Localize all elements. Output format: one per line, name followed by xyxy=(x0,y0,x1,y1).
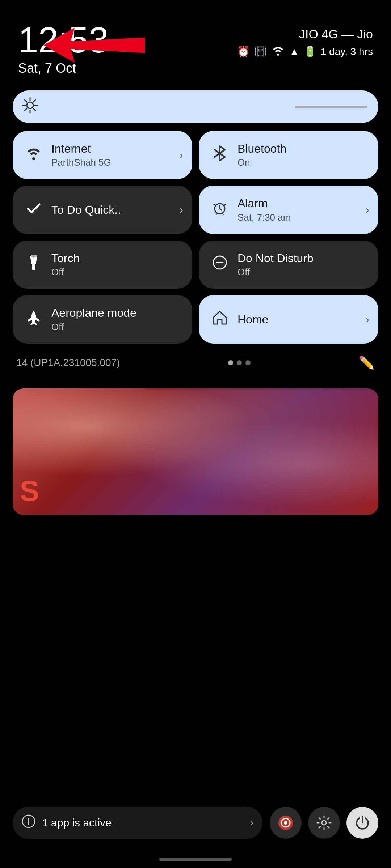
svg-line-6 xyxy=(25,100,27,102)
home-tile[interactable]: Home › xyxy=(199,295,378,343)
svg-point-1 xyxy=(27,102,33,109)
app-icon xyxy=(277,814,294,831)
brightness-icon xyxy=(22,97,38,117)
dot-3 xyxy=(245,360,251,365)
edit-icon[interactable]: ✏️ xyxy=(358,355,375,370)
active-app-text: 1 app is active xyxy=(42,817,244,829)
internet-tile-subtitle: ParthShah 5G xyxy=(51,157,111,168)
svg-point-21 xyxy=(284,821,287,825)
dnd-icon xyxy=(210,254,230,275)
alarm-tile-title: Alarm xyxy=(237,196,291,210)
aeroplane-tile-subtitle: Off xyxy=(51,322,136,333)
build-info-row: 14 (UP1A.231005.007) ✏️ xyxy=(13,352,378,378)
svg-point-22 xyxy=(322,821,326,825)
quick-settings-panel: Internet ParthShah 5G › Bluetooth On xyxy=(0,83,391,388)
build-text: 14 (UP1A.231005.007) xyxy=(16,357,120,369)
home-indicator xyxy=(159,858,232,861)
power-button[interactable] xyxy=(346,807,378,839)
media-letter: S xyxy=(20,475,39,508)
alarm-tile[interactable]: Alarm Sat, 7:30 am › xyxy=(199,186,378,234)
battery-icon: 🔋 xyxy=(304,46,316,58)
media-card[interactable]: S xyxy=(13,388,378,515)
svg-line-7 xyxy=(33,109,35,111)
settings-icon xyxy=(316,814,332,831)
dot-1 xyxy=(228,360,233,365)
svg-line-9 xyxy=(25,109,27,111)
media-blur-overlay xyxy=(13,388,378,515)
todo-tile-title: To Do Quick.. xyxy=(51,203,121,217)
power-icon xyxy=(354,814,371,831)
torch-tile-subtitle: Off xyxy=(51,267,80,278)
internet-icon xyxy=(24,146,43,165)
alarm-tile-subtitle: Sat, 7:30 am xyxy=(237,212,291,223)
signal-icon: ▲ xyxy=(289,46,299,58)
wifi-svg xyxy=(271,45,285,56)
quick-tiles-grid: Internet ParthShah 5G › Bluetooth On xyxy=(13,131,378,344)
dnd-tile[interactable]: Do Not Disturb Off xyxy=(199,241,378,289)
aeroplane-tile-title: Aeroplane mode xyxy=(51,306,136,320)
status-right: JIO 4G — Jio ⏰ 📳 ▲ 🔋 1 day, 3 hrs xyxy=(237,22,373,58)
pill-chevron: › xyxy=(250,817,253,829)
todo-icon xyxy=(24,199,43,220)
internet-tile-title: Internet xyxy=(51,142,111,156)
svg-marker-0 xyxy=(43,28,145,63)
torch-tile-title: Torch xyxy=(51,251,80,265)
home-icon xyxy=(210,309,230,329)
svg-rect-11 xyxy=(32,264,35,270)
page-dots xyxy=(228,360,251,365)
bottom-bar: 1 app is active › xyxy=(0,807,391,839)
wifi-status-icon xyxy=(271,45,285,58)
brightness-slider-track[interactable] xyxy=(295,106,367,108)
bluetooth-tile-subtitle: On xyxy=(237,157,286,168)
brightness-svg xyxy=(22,97,38,114)
home-tile-title: Home xyxy=(237,312,268,326)
torch-icon xyxy=(24,254,43,275)
dnd-tile-subtitle: Off xyxy=(237,267,314,278)
battery-text: 1 day, 3 hrs xyxy=(321,46,373,58)
home-tile-chevron: › xyxy=(366,313,369,326)
alarm-status-icon: ⏰ xyxy=(237,46,250,58)
bottom-buttons xyxy=(270,807,378,839)
svg-point-18 xyxy=(28,818,29,820)
active-app-pill[interactable]: 1 app is active › xyxy=(13,807,262,839)
status-icons: ⏰ 📳 ▲ 🔋 1 day, 3 hrs xyxy=(237,45,373,58)
bluetooth-tile-title: Bluetooth xyxy=(237,142,286,156)
svg-line-8 xyxy=(33,100,35,102)
todo-tile[interactable]: To Do Quick.. › xyxy=(13,186,192,234)
bluetooth-icon xyxy=(210,145,230,166)
internet-tile-chevron: › xyxy=(180,149,183,161)
alarm-tile-chevron: › xyxy=(366,204,369,216)
aeroplane-tile[interactable]: Aeroplane mode Off xyxy=(13,295,192,343)
info-icon xyxy=(22,814,35,831)
carrier-text: JIO 4G — Jio xyxy=(299,27,373,41)
settings-button[interactable] xyxy=(308,807,340,839)
todo-tile-chevron: › xyxy=(180,204,183,216)
bluetooth-tile[interactable]: Bluetooth On xyxy=(199,131,378,179)
annotation-arrow xyxy=(43,25,145,65)
airplane-icon xyxy=(24,309,43,329)
brightness-control[interactable] xyxy=(13,90,378,123)
dnd-tile-title: Do Not Disturb xyxy=(237,251,314,265)
dot-2 xyxy=(237,360,242,365)
torch-tile[interactable]: Torch Off xyxy=(13,241,192,289)
app-shortcut-button[interactable] xyxy=(270,807,302,839)
internet-tile[interactable]: Internet ParthShah 5G › xyxy=(13,131,192,179)
vibrate-icon: 📳 xyxy=(254,46,267,58)
alarm-tile-icon xyxy=(210,200,230,220)
